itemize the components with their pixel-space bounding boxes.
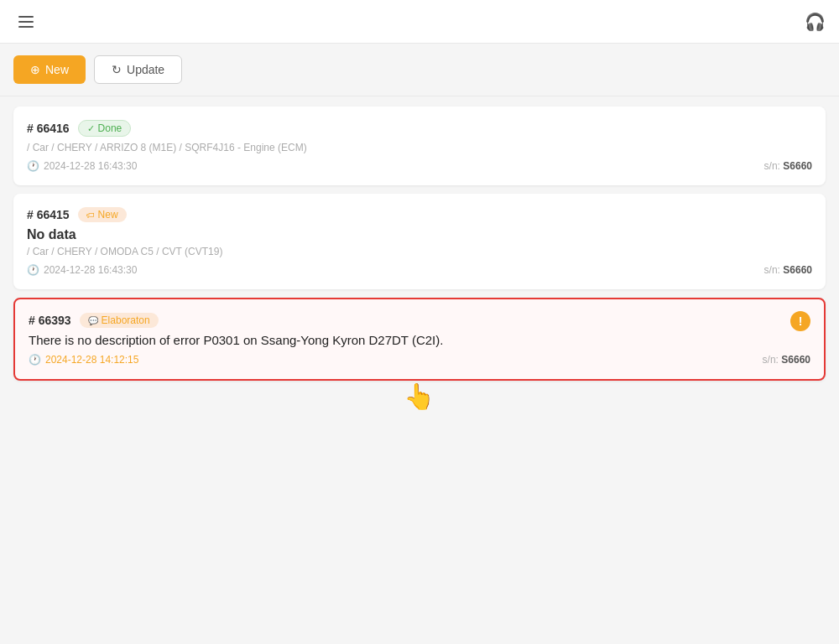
ticket-sn: s/n: S6660 [764,160,812,172]
sn-label: s/n: [764,160,780,172]
sn-value: S6660 [783,160,812,172]
card-header: # 66415 New [27,207,812,222]
card-footer: 🕐 2024-12-28 16:43:30 s/n: S6660 [27,160,812,172]
ticket-path: / Car / CHERY / ARRIZO 8 (M1E) / SQRF4J1… [27,142,812,153]
ticket-time: 🕐 2024-12-28 16:43:30 [27,160,137,172]
ticket-timestamp: 2024-12-28 16:43:30 [44,160,137,172]
ticket-description: There is no description of error P0301 o… [29,333,810,347]
update-button[interactable]: ↻ Update [94,55,182,84]
cursor-pointer-icon: 👆 [404,382,435,411]
app-header: 🎧 [0,0,839,44]
ticket-time: 🕐 2024-12-28 14:12:15 [29,354,138,366]
hamburger-menu-button[interactable] [13,11,39,33]
ticket-card-66416[interactable]: # 66416 Done / Car / CHERY / ARRIZO 8 (M… [13,106,826,185]
alert-icon: ! [790,311,810,331]
clock-icon: 🕐 [27,264,39,276]
plus-icon: ⊕ [30,63,40,76]
status-badge-done: Done [78,120,132,137]
toolbar: ⊕ New ↻ Update [0,44,839,96]
sn-value: S6660 [783,264,812,276]
card-header: # 66393 Elaboraton [29,313,810,328]
status-badge-new: New [78,207,127,222]
clock-icon: 🕐 [27,160,39,172]
ticket-path: / Car / CHERY / OMODA C5 / CVT (CVT19) [27,246,812,257]
ticket-timestamp: 2024-12-28 16:43:30 [44,264,137,276]
headset-icon[interactable]: 🎧 [805,12,826,32]
cards-list: # 66416 Done / Car / CHERY / ARRIZO 8 (M… [0,96,839,391]
new-button[interactable]: ⊕ New [13,55,86,84]
ticket-id: # 66415 [27,208,70,221]
sn-label: s/n: [763,354,779,366]
ticket-card-66415[interactable]: # 66415 New No data / Car / CHERY / OMOD… [13,194,826,289]
clock-icon: 🕐 [29,354,41,366]
ticket-timestamp: 2024-12-28 14:12:15 [45,354,138,366]
ticket-card-66393[interactable]: # 66393 Elaboraton ! There is no descrip… [13,298,826,381]
sn-label: s/n: [764,264,780,276]
update-button-label: Update [127,63,164,76]
ticket-id: # 66416 [27,122,70,135]
ticket-time: 🕐 2024-12-28 16:43:30 [27,264,137,276]
refresh-icon: ↻ [112,63,122,76]
new-button-label: New [45,63,69,76]
status-badge-elaboraton: Elaboraton [80,313,159,328]
ticket-nodata: No data [27,227,812,242]
card-header: # 66416 Done [27,120,812,137]
card-footer: 🕐 2024-12-28 14:12:15 s/n: S6660 [29,354,810,366]
ticket-id: # 66393 [29,314,71,327]
ticket-sn: s/n: S6660 [764,264,812,276]
ticket-sn: s/n: S6660 [763,354,810,366]
sn-value: S6660 [781,354,810,366]
card-footer: 🕐 2024-12-28 16:43:30 s/n: S6660 [27,264,812,276]
